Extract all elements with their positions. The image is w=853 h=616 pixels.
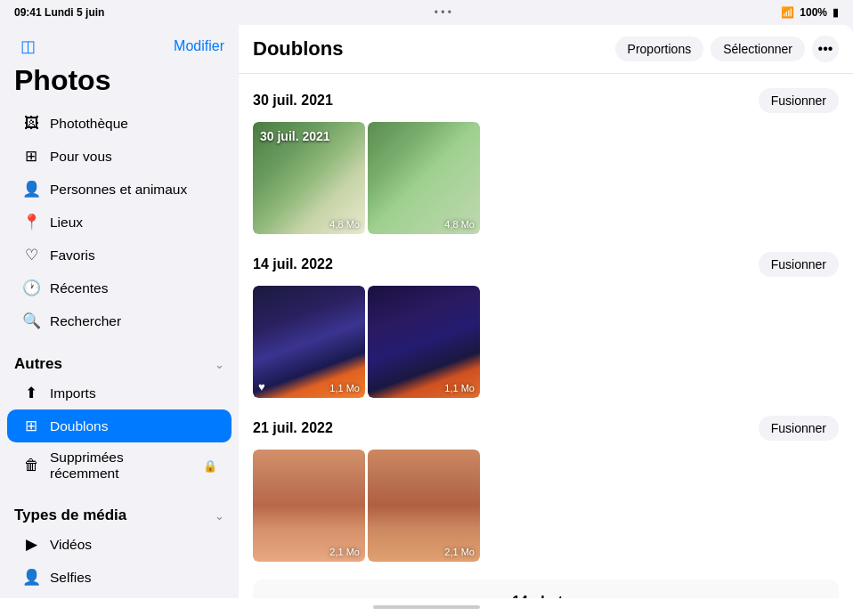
photo-2b-size: 1,1 Mo (444, 383, 475, 393)
sidebar-item-favoris[interactable]: ♡ Favoris (7, 239, 232, 272)
fusionner-button-2[interactable]: Fusionner (759, 252, 839, 277)
sidebar-item-videos[interactable]: ▶ Vidéos (7, 528, 232, 561)
modifier-button[interactable]: Modifier (174, 38, 224, 54)
more-button[interactable]: ••• (812, 36, 839, 62)
pourvous-label: Pour vous (50, 149, 112, 165)
lieux-label: Lieux (50, 215, 83, 231)
more-icon: ••• (818, 41, 833, 57)
personnes-label: Personnes et animaux (50, 182, 187, 198)
photos-row-3: 2,1 Mo 2,1 Mo (253, 450, 839, 562)
sidebar-title: Photos (0, 61, 239, 108)
photo-1b[interactable]: 4,8 Mo (368, 122, 480, 234)
photo-1b-size: 4,8 Mo (444, 219, 475, 230)
date-row-1: 30 juil. 2021 Fusionner (253, 88, 839, 113)
sidebar-item-selfies[interactable]: 👤 Selfies (7, 561, 232, 594)
photo-3b-size: 2,1 Mo (444, 547, 475, 557)
fusionner-button-1[interactable]: Fusionner (759, 88, 839, 113)
sidebar-item-doublons[interactable]: ⊞ Doublons (7, 409, 232, 442)
sidebar-item-pourvous[interactable]: ⊞ Pour vous (7, 140, 232, 173)
videos-icon: ▶ (21, 535, 41, 554)
date-row-3: 21 juil. 2022 Fusionner (253, 416, 839, 441)
content-header: Doublons Proportions Sélectionner ••• (239, 25, 853, 74)
photo-3a-size: 2,1 Mo (329, 547, 360, 557)
autres-section-header: Autres ⌄ (0, 348, 239, 377)
photos-row-1: 30 juil. 2021 4,8 Mo 4,8 Mo (253, 122, 839, 234)
sidebar-item-lieux[interactable]: 📍 Lieux (7, 206, 232, 239)
date-label-1: 30 juil. 2021 (253, 93, 333, 109)
status-time-date: 09:41 Lundi 5 juin (14, 6, 104, 19)
phototheque-icon: 🖼 (21, 115, 41, 133)
phototheque-label: Photothèque (50, 116, 128, 132)
photo-3b-image: 2,1 Mo (368, 450, 480, 562)
date-group-1: 30 juil. 2021 Fusionner 30 juil. 2021 4,… (253, 88, 839, 234)
sidebar-item-recentes[interactable]: 🕐 Récentes (7, 272, 232, 304)
fusionner-button-3[interactable]: Fusionner (759, 416, 839, 441)
date-label-3: 21 juil. 2022 (253, 420, 333, 436)
photo-2a[interactable]: ♥ 1,1 Mo (253, 286, 365, 398)
header-actions: Proportions Sélectionner ••• (615, 36, 839, 62)
autres-chevron-icon: ⌄ (215, 358, 224, 371)
photo-3a[interactable]: 2,1 Mo (253, 450, 365, 562)
sidebar-item-supprimees[interactable]: 🗑 Supprimées récemment 🔒 (7, 442, 232, 489)
main-content: Doublons Proportions Sélectionner ••• 30… (239, 25, 853, 598)
battery-percentage: 100% (800, 6, 827, 19)
photo-1a-size: 4,8 Mo (329, 219, 360, 230)
autres-title: Autres (14, 355, 62, 373)
personnes-icon: 👤 (21, 180, 41, 199)
date-label-2: 14 juil. 2022 (253, 256, 333, 272)
proportions-button[interactable]: Proportions (615, 36, 704, 61)
photo-2a-image: ♥ 1,1 Mo (253, 286, 365, 398)
select-button[interactable]: Sélectionner (711, 36, 805, 61)
wifi-icon: 📶 (781, 6, 794, 19)
autres-section: ⬆ Imports ⊞ Doublons 🗑 Supprimées récemm… (0, 377, 239, 496)
status-right: 📶 100% ▮ (781, 6, 839, 19)
rechercher-label: Rechercher (50, 313, 121, 329)
photo-1b-image: 4,8 Mo (368, 122, 480, 234)
photo-1a[interactable]: 30 juil. 2021 4,8 Mo (253, 122, 365, 234)
photo-3a-image: 2,1 Mo (253, 450, 365, 562)
types-chevron-icon: ⌄ (215, 509, 224, 523)
photo-1a-image: 30 juil. 2021 4,8 Mo (253, 122, 365, 234)
pourvous-icon: ⊞ (21, 147, 41, 166)
battery-icon: ▮ (833, 6, 839, 19)
home-bar (373, 605, 480, 609)
favoris-icon: ♡ (21, 246, 41, 264)
doublons-label: Doublons (50, 418, 109, 434)
photo-3b[interactable]: 2,1 Mo (368, 450, 480, 562)
status-bar: 09:41 Lundi 5 juin • • • 📶 100% ▮ (0, 0, 853, 25)
home-indicator (0, 598, 853, 616)
sidebar-item-phototheque[interactable]: 🖼 Photothèque (7, 108, 232, 140)
sidebar-main-section: 🖼 Photothèque ⊞ Pour vous 👤 Personnes et… (0, 108, 239, 344)
sidebar-item-personnes[interactable]: 👤 Personnes et animaux (7, 173, 232, 206)
content-scroll[interactable]: 30 juil. 2021 Fusionner 30 juil. 2021 4,… (239, 74, 853, 598)
types-title: Types de média (14, 507, 126, 524)
types-section: ▶ Vidéos 👤 Selfies ◎ Live Photos 👤 Portr… (0, 528, 239, 598)
imports-icon: ⬆ (21, 384, 41, 402)
lieux-icon: 📍 (21, 213, 41, 231)
recentes-label: Récentes (50, 280, 108, 296)
status-center: • • • (435, 6, 451, 19)
favoris-label: Favoris (50, 247, 95, 263)
heart-icon: ♥ (258, 380, 265, 393)
photo-2b-image: 1,1 Mo (368, 286, 480, 398)
summary-box: 14 photos Les doublons sont classés à la… (253, 580, 839, 598)
page-title: Doublons (253, 37, 343, 61)
sidebar-toggle-button[interactable]: ◫ (14, 36, 41, 57)
supprimees-icon: 🗑 (21, 457, 41, 474)
rechercher-icon: 🔍 (21, 312, 41, 330)
photos-row-2: ♥ 1,1 Mo 1,1 Mo (253, 286, 839, 398)
sidebar-header: ◫ Modifier (0, 25, 239, 61)
sidebar-toggle-icon: ◫ (20, 36, 36, 56)
sidebar-item-rechercher[interactable]: 🔍 Rechercher (7, 304, 232, 337)
app-container: ◫ Modifier Photos 🖼 Photothèque ⊞ Pour v… (0, 25, 853, 598)
photo-2a-size: 1,1 Mo (329, 383, 360, 393)
photo-2b[interactable]: 1,1 Mo (368, 286, 480, 398)
types-section-header: Types de média ⌄ (0, 499, 239, 528)
videos-label: Vidéos (50, 537, 92, 553)
selfies-label: Selfies (50, 570, 92, 586)
sidebar-item-imports[interactable]: ⬆ Imports (7, 377, 232, 409)
lock-icon: 🔒 (203, 459, 217, 473)
supprimees-label: Supprimées récemment (50, 450, 191, 482)
recentes-icon: 🕐 (21, 279, 41, 297)
photo-date-overlay: 30 juil. 2021 (260, 129, 330, 143)
